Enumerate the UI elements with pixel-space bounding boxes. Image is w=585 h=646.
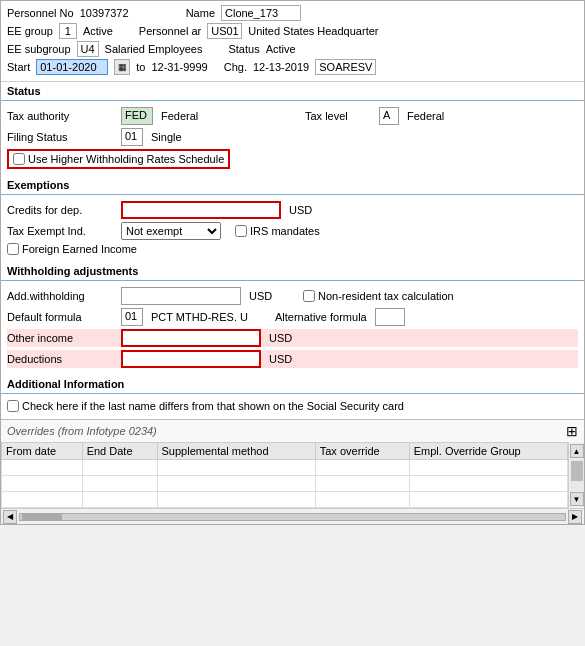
additional-divider <box>1 393 584 394</box>
credits-dep-currency: USD <box>289 204 312 216</box>
irs-mandates-label: IRS mandates <box>250 225 320 237</box>
foreign-earned-wrap[interactable]: Foreign Earned Income <box>7 243 137 255</box>
chg-user: SOARESV <box>315 59 376 75</box>
cell-end-date-3 <box>82 492 157 508</box>
overrides-table-wrapper: From date End Date Supplemental method T… <box>1 442 584 508</box>
check-name-wrap[interactable]: Check here if the last name differs from… <box>7 400 404 412</box>
non-resident-label: Non-resident tax calculation <box>318 290 454 302</box>
cell-end-date-1 <box>82 460 157 476</box>
non-resident-wrap[interactable]: Non-resident tax calculation <box>303 290 454 302</box>
check-name-checkbox[interactable] <box>7 400 19 412</box>
cell-tax-override-3 <box>315 492 409 508</box>
add-withholding-label: Add.withholding <box>7 290 117 302</box>
table-settings-icon[interactable]: ⊞ <box>566 423 578 439</box>
col-end-date: End Date <box>82 443 157 460</box>
foreign-earned-row: Foreign Earned Income <box>7 243 578 255</box>
filing-status-label: Filing Status <box>7 131 117 143</box>
exemptions-section-title: Exemptions <box>1 176 584 192</box>
tax-level-label: Tax level <box>305 110 375 122</box>
default-formula-code: 01 <box>121 308 143 326</box>
use-higher-row: Use Higher Withholding Rates Schedule <box>7 149 578 169</box>
use-higher-checkbox-wrap[interactable]: Use Higher Withholding Rates Schedule <box>7 149 230 169</box>
exemptions-content: Credits for dep. USD Tax Exempt Ind. Not… <box>1 197 584 262</box>
chg-date: 12-13-2019 <box>253 61 309 73</box>
check-name-label: Check here if the last name differs from… <box>22 400 404 412</box>
status-label: Status <box>228 43 259 55</box>
status-value: Active <box>266 43 296 55</box>
filing-status-code: 01 <box>121 128 143 146</box>
credits-dep-row: Credits for dep. USD <box>7 201 578 219</box>
header-section: Personnel No 10397372 Name Clone_173 EE … <box>1 1 584 82</box>
tax-exempt-label: Tax Exempt Ind. <box>7 225 117 237</box>
h-scroll-track <box>19 513 566 521</box>
check-name-row: Check here if the last name differs from… <box>7 400 578 412</box>
ee-subgroup-value: U4 <box>77 41 99 57</box>
irs-mandates-wrap[interactable]: IRS mandates <box>235 225 320 237</box>
withholding-divider <box>1 280 584 281</box>
filing-status-text: Single <box>151 131 182 143</box>
alternative-formula-input[interactable] <box>375 308 405 326</box>
cell-empl-override-2 <box>409 476 567 492</box>
overrides-section-title: Overrides (from Infotype 0234) <box>7 425 157 437</box>
tax-authority-row: Tax authority FED Federal Tax level A Fe… <box>7 107 578 125</box>
add-withholding-currency: USD <box>249 290 289 302</box>
exemptions-section: Exemptions Credits for dep. USD Tax Exem… <box>1 176 584 262</box>
tax-exempt-select[interactable]: Not exempt <box>121 222 221 240</box>
default-formula-label: Default formula <box>7 311 117 323</box>
other-income-input[interactable] <box>121 329 261 347</box>
calendar-icon-btn[interactable]: ▦ <box>114 59 130 75</box>
tax-level-text: Federal <box>407 110 444 122</box>
ee-group-status: Active <box>83 25 113 37</box>
default-formula-row: Default formula 01 PCT MTHD-RES. U Alter… <box>7 308 578 326</box>
cell-tax-override-1 <box>315 460 409 476</box>
scroll-thumb <box>571 461 583 481</box>
cell-empl-override-3 <box>409 492 567 508</box>
additional-section-title: Additional Information <box>1 375 584 391</box>
tax-exempt-row: Tax Exempt Ind. Not exempt IRS mandates <box>7 222 578 240</box>
overrides-header-row: From date End Date Supplemental method T… <box>2 443 568 460</box>
credits-dep-input[interactable] <box>121 201 281 219</box>
main-container: Personnel No 10397372 Name Clone_173 EE … <box>0 0 585 525</box>
non-resident-checkbox[interactable] <box>303 290 315 302</box>
table-row <box>2 492 568 508</box>
start-value[interactable]: 01-01-2020 <box>36 59 108 75</box>
other-income-row: Other income USD <box>7 329 578 347</box>
personnel-ar-text: United States Headquarter <box>248 25 378 37</box>
deductions-input[interactable] <box>121 350 261 368</box>
ee-group-value: 1 <box>59 23 77 39</box>
scroll-left-btn[interactable]: ◀ <box>3 510 17 524</box>
tax-level-code: A <box>379 107 399 125</box>
vertical-scrollbar[interactable]: ▲ ▼ <box>568 442 584 508</box>
cell-from-date-3 <box>2 492 83 508</box>
horizontal-scrollbar[interactable]: ◀ ▶ <box>1 508 584 524</box>
scroll-right-btn[interactable]: ▶ <box>568 510 582 524</box>
scroll-up-btn[interactable]: ▲ <box>570 444 584 458</box>
cell-from-date-2 <box>2 476 83 492</box>
to-label: to <box>136 61 145 73</box>
overrides-section: Overrides (from Infotype 0234) ⊞ From da… <box>1 419 584 524</box>
status-section: Status Tax authority FED Federal Tax lev… <box>1 82 584 176</box>
col-tax-override: Tax override <box>315 443 409 460</box>
overrides-table: From date End Date Supplemental method T… <box>1 442 568 508</box>
use-higher-checkbox[interactable] <box>13 153 25 165</box>
status-content: Tax authority FED Federal Tax level A Fe… <box>1 103 584 176</box>
cell-tax-override-2 <box>315 476 409 492</box>
foreign-earned-checkbox[interactable] <box>7 243 19 255</box>
cell-from-date-1 <box>2 460 83 476</box>
personnel-no-label: Personnel No <box>7 7 74 19</box>
col-supp-method: Supplemental method <box>157 443 315 460</box>
cell-empl-override-1 <box>409 460 567 476</box>
cell-supp-method-1 <box>157 460 315 476</box>
col-from-date: From date <box>2 443 83 460</box>
deductions-label: Deductions <box>7 353 117 365</box>
col-empl-override: Empl. Override Group <box>409 443 567 460</box>
irs-mandates-checkbox[interactable] <box>235 225 247 237</box>
scroll-down-btn[interactable]: ▼ <box>570 492 584 506</box>
table-row <box>2 476 568 492</box>
use-higher-label: Use Higher Withholding Rates Schedule <box>28 153 224 165</box>
exemptions-divider <box>1 194 584 195</box>
name-value: Clone_173 <box>221 5 301 21</box>
add-withholding-row: Add.withholding USD Non-resident tax cal… <box>7 287 578 305</box>
add-withholding-input[interactable] <box>121 287 241 305</box>
tax-authority-text: Federal <box>161 110 241 122</box>
